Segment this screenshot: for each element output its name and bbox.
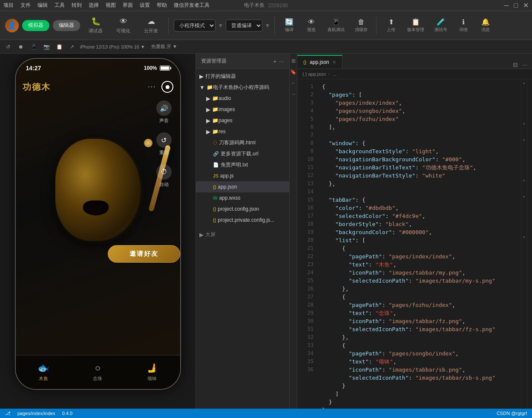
tree-pages-folder[interactable]: ▶ 📁 pages bbox=[196, 115, 289, 126]
separator-2 bbox=[274, 17, 275, 34]
menu-item-view[interactable]: 视图 bbox=[106, 2, 116, 9]
window-controls: ─ □ ✕ bbox=[504, 1, 529, 9]
tree-bigscreen-folder[interactable]: ▶ 大屏 bbox=[196, 229, 289, 240]
appwxss-filename: app.wxss bbox=[219, 195, 240, 201]
hotreload-btn[interactable]: 热重载 开 ▼ bbox=[149, 43, 180, 51]
auto-label: 自动 bbox=[159, 181, 169, 188]
sound-control[interactable]: 🔊 声音 bbox=[156, 100, 172, 124]
projectprivate-filename: project.private.config.js... bbox=[218, 217, 274, 223]
visual-btn[interactable]: 👁 可视化 bbox=[111, 15, 135, 36]
detail-btn[interactable]: ℹ 详情 bbox=[454, 16, 473, 34]
debugger-icon: 🐛 bbox=[91, 17, 101, 26]
tree-appjson-file[interactable]: {} app.json bbox=[196, 181, 289, 192]
menu-item-goto[interactable]: 转到 bbox=[72, 2, 82, 9]
tree-txt-file[interactable]: 📄 免责声明.txt bbox=[196, 159, 289, 170]
editor-tabs: {} app.json × ⊟ ··· bbox=[297, 54, 532, 69]
simulator-btn[interactable]: 模拟器 bbox=[22, 20, 49, 31]
menu-item-project[interactable]: 项目 bbox=[3, 2, 14, 9]
more-actions-icon[interactable]: ··· bbox=[521, 61, 529, 69]
line-numbers: 12345 678910 1112131415 1617181920 21222… bbox=[297, 79, 319, 409]
nav-forward-icon[interactable]: → bbox=[290, 90, 297, 98]
images-arrow: ▶ bbox=[206, 106, 210, 113]
tab-appjson[interactable]: {} app.json × bbox=[297, 55, 342, 69]
git-branch[interactable]: pages/index/index bbox=[17, 411, 55, 416]
res-arrow: ▶ bbox=[206, 129, 210, 135]
clean-cache-btn[interactable]: 🗑 清缓存 bbox=[351, 17, 371, 34]
share-icon[interactable]: ↗ bbox=[67, 42, 77, 52]
breadcrumb-file[interactable]: { } app.json bbox=[302, 72, 326, 77]
preview-btn[interactable]: 👁 预览 bbox=[302, 17, 321, 34]
device-icon[interactable]: 📱 bbox=[29, 42, 38, 52]
phone-info: iPhone 12/13 (Pro) 100% 16 ▼ bbox=[80, 44, 145, 49]
tree-audio-folder[interactable]: ▶ 📁 audio bbox=[196, 93, 289, 104]
upload-btn[interactable]: ⬆ 上传 bbox=[382, 16, 400, 34]
message-btn[interactable]: 🔔 消息 bbox=[476, 16, 495, 34]
images-folder-label: images bbox=[219, 106, 235, 112]
separator-1 bbox=[168, 17, 169, 34]
fold-indicator-1[interactable]: ▾ bbox=[521, 79, 527, 87]
menu-item-tools[interactable]: 工具 bbox=[55, 2, 65, 9]
auto-control[interactable]: ⏱ 自动 bbox=[156, 164, 172, 188]
cloud-btn[interactable]: ☁ 云开发 bbox=[139, 15, 163, 36]
tree-url-file[interactable]: 🔗 更多资源下载.url bbox=[196, 148, 289, 159]
tree-appjs-file[interactable]: JS app.js bbox=[196, 170, 289, 181]
record-icon[interactable]: ⏺ bbox=[16, 42, 26, 52]
fold-indicator-8[interactable]: ▾ bbox=[521, 136, 527, 144]
split-view-icon[interactable]: ⊟ bbox=[512, 61, 519, 69]
tree-project-root[interactable]: ▼ 📁 电子木鱼静心小程序源码 bbox=[196, 82, 289, 93]
minimize-icon[interactable]: ─ bbox=[504, 2, 509, 9]
tree-html-file[interactable]: ⬡ 刀客源码网.html bbox=[196, 137, 289, 148]
tree-res-folder[interactable]: ▶ 📁 res bbox=[196, 126, 289, 137]
fold-indicator-20[interactable]: ▾ bbox=[521, 233, 527, 241]
version-btn[interactable]: 📋 版本管理 bbox=[404, 16, 428, 34]
version-icon: 📋 bbox=[411, 18, 420, 26]
phone-menu-dots[interactable]: ··· bbox=[148, 83, 156, 91]
tree-images-folder[interactable]: ▶ 📁 images bbox=[196, 104, 289, 115]
file-more-icon[interactable]: ··· bbox=[279, 58, 284, 65]
maximize-icon[interactable]: □ bbox=[514, 2, 518, 9]
real-device-btn[interactable]: 📱 真机调试 bbox=[324, 16, 348, 34]
menu-item-interface[interactable]: 界面 bbox=[123, 2, 133, 9]
mode-select[interactable]: 小程序模式 bbox=[174, 20, 216, 31]
menu-item-help[interactable]: 帮助 bbox=[157, 2, 167, 9]
invite-button[interactable]: 邀请好友 bbox=[108, 245, 180, 263]
tree-projectprivate-file[interactable]: {} project.private.config.js... bbox=[196, 215, 289, 226]
tree-opened-editors[interactable]: ▶ 打开的编辑器 bbox=[196, 71, 289, 82]
fold-indicator-15[interactable]: ▾ bbox=[521, 192, 527, 200]
clean-cache-icon: 🗑 bbox=[358, 18, 365, 26]
message-icon: 🔔 bbox=[481, 18, 490, 26]
breadcrumb-sep: › bbox=[328, 72, 330, 77]
close-icon[interactable]: ✕ bbox=[523, 1, 529, 9]
debugger-btn[interactable]: 🐛 调试器 bbox=[83, 15, 108, 36]
file-new-icon[interactable]: + bbox=[273, 58, 276, 65]
fold-indicator-13[interactable]: ▾ bbox=[521, 176, 527, 184]
code-content[interactable]: { "pages": [ "pages/index/index", "pages… bbox=[319, 79, 521, 409]
menu-item-wechat[interactable]: 微信开发者工具 bbox=[174, 2, 210, 9]
tree-projectconfig-file[interactable]: {} project.config.json bbox=[196, 203, 289, 215]
compile-select[interactable]: 普通编译 bbox=[226, 20, 262, 31]
main-content: 14:27 100% 功德木 ··· ⏺ bbox=[0, 54, 532, 409]
copy-icon[interactable]: 📋 bbox=[55, 42, 64, 52]
menu-item-select[interactable]: 选择 bbox=[89, 2, 99, 9]
test-btn[interactable]: 🧪 测试号 bbox=[431, 16, 451, 34]
screenshot-icon[interactable]: 📷 bbox=[42, 42, 51, 52]
refresh-icon[interactable]: ↺ bbox=[3, 42, 13, 52]
nav-back-icon[interactable]: ← bbox=[290, 79, 297, 87]
menu-item-settings[interactable]: 设置 bbox=[140, 2, 150, 9]
tree-appwxss-file[interactable]: W app.wxss bbox=[196, 192, 289, 203]
tabbar-item-muyu[interactable]: 🐟 木鱼 bbox=[37, 363, 49, 382]
split-editor-icon[interactable]: ⊞ bbox=[290, 57, 297, 65]
file-panel-actions: + ··· bbox=[273, 58, 284, 65]
reset-control[interactable]: ↺ 重置 bbox=[156, 132, 172, 156]
user-avatar[interactable]: 👤 bbox=[5, 19, 19, 32]
compile-btn[interactable]: 🔄 编译 bbox=[280, 16, 299, 34]
bookmark-icon[interactable]: 🔖 bbox=[290, 68, 297, 76]
editor-btn[interactable]: 编辑器 bbox=[53, 20, 80, 31]
menu-item-file[interactable]: 文件 bbox=[20, 2, 31, 9]
fold-indicator-6[interactable]: ▾ bbox=[521, 120, 527, 128]
tabbar-item-songbo[interactable]: 🫸 颂钵 bbox=[147, 363, 158, 382]
phone-record-button[interactable]: ⏺ bbox=[161, 81, 173, 93]
menu-item-edit[interactable]: 编辑 bbox=[37, 2, 48, 9]
tab-close-button[interactable]: × bbox=[333, 59, 336, 66]
tabbar-item-nianzhu[interactable]: ○ 念珠 bbox=[93, 363, 102, 382]
